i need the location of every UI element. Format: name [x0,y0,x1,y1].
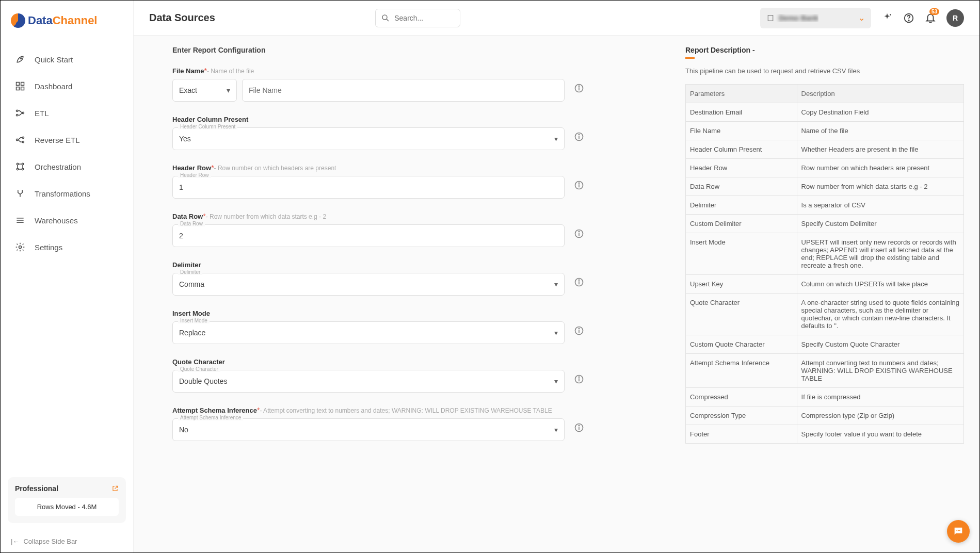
info-icon[interactable] [574,180,584,190]
svg-point-50 [956,530,957,531]
file-name-match-select[interactable]: Exact ▾ [172,79,237,102]
search-box[interactable] [375,9,460,27]
param-name: Footer [686,425,797,444]
svg-rect-1 [17,83,20,86]
param-name: Delimiter [686,196,797,215]
sparkle-icon[interactable] [881,12,893,24]
param-name: Upsert Key [686,275,797,294]
sidebar-item-orchestration[interactable]: Orchestration [1,153,133,180]
sidebar-item-label: Dashboard [35,82,72,91]
caret-down-icon: ▾ [554,280,558,288]
table-row: Data RowRow number from which data start… [686,177,964,196]
search-input[interactable] [394,14,455,22]
sidebar-item-etl[interactable]: ETL [1,100,133,126]
help-icon[interactable] [903,12,914,24]
desc-title: Report Description - [685,46,964,54]
avatar[interactable]: R [946,9,964,27]
svg-point-10 [17,139,18,140]
th-param: Parameters [686,85,797,103]
collapse-sidebar[interactable]: |← Collapse Side Bar [1,530,133,552]
accent-bar [685,57,695,59]
sidebar-item-dashboard[interactable]: Dashboard [1,73,133,100]
desc-text: This pipeline can be used to request and… [685,67,964,75]
table-row: Quote CharacterA one-character string us… [686,294,964,335]
param-desc: Specify Custom Quote Character [797,335,963,354]
param-name: Attempt Schema Inference [686,354,797,388]
svg-point-5 [17,110,18,111]
quote-char-select[interactable]: Quote Character Double Quotes ▾ [172,370,565,393]
table-row: Compression TypeCompression type (Zip or… [686,406,964,425]
param-desc: Row number from which data starts e.g - … [797,177,963,196]
bell-icon[interactable]: 53 [925,12,936,24]
param-name: Data Row [686,177,797,196]
info-icon[interactable] [574,229,584,239]
table-row: Header RowRow number on which headers ar… [686,159,964,177]
param-name: Destination Email [686,103,797,122]
param-desc: Attempt converting text to numbers and d… [797,354,963,388]
header-present-select[interactable]: Header Column Present Yes ▾ [172,127,565,150]
schema-inference-select[interactable]: Attempt Schema Inference No ▾ [172,418,565,441]
table-row: Custom Quote CharacterSpecify Custom Quo… [686,335,964,354]
param-desc: If file is compressed [797,388,963,406]
svg-point-43 [579,328,579,329]
sidebar-item-transformations[interactable]: Transformations [1,180,133,207]
org-name: Demo Bank [779,14,818,22]
svg-point-31 [579,134,579,135]
open-external-icon[interactable] [111,485,119,492]
info-icon[interactable] [574,422,584,433]
svg-point-52 [959,530,960,531]
transformations-icon [15,188,25,199]
sidebar-item-quickstart[interactable]: Quick Start [1,46,133,73]
param-name: Insert Mode [686,233,797,275]
param-desc: UPSERT will insert only new records or r… [797,233,963,275]
param-name: File Name [686,122,797,140]
field-delimiter: Delimiter Delimiter Comma ▾ [172,261,670,296]
info-icon[interactable] [574,83,584,93]
svg-rect-2 [21,83,24,86]
info-icon[interactable] [574,326,584,336]
param-name: Header Column Present [686,140,797,159]
svg-point-7 [22,112,24,113]
sidebar-item-warehouses[interactable]: Warehouses [1,207,133,234]
table-row: Attempt Schema InferenceAttempt converti… [686,354,964,388]
svg-rect-21 [768,15,773,21]
param-name: Header Row [686,159,797,177]
chevron-down-icon: ⌄ [858,13,865,23]
sidebar-item-label: Orchestration [35,162,81,171]
info-icon[interactable] [574,374,584,384]
logo[interactable]: DataChannel [1,1,133,41]
plan-name: Professional [15,484,58,493]
org-selector[interactable]: Demo Bank ⌄ [760,8,871,28]
svg-point-46 [579,377,579,377]
svg-point-13 [17,168,18,170]
header-row-input[interactable]: Header Row 1 [172,176,565,199]
orchestration-icon [15,161,25,172]
etl-icon [15,108,25,118]
svg-point-34 [579,183,579,183]
info-icon[interactable] [574,277,584,287]
delimiter-select[interactable]: Delimiter Comma ▾ [172,273,565,296]
insert-mode-select[interactable]: Insert Mode Replace ▾ [172,321,565,344]
svg-point-19 [382,15,387,20]
nav: Quick Start Dashboard ETL Reverse ETL Or… [1,41,133,470]
file-name-input[interactable] [249,86,558,94]
caret-down-icon: ▾ [554,426,558,434]
sidebar-item-reverse-etl[interactable]: Reverse ETL [1,126,133,153]
param-name: Custom Quote Character [686,335,797,354]
caret-down-icon: ▾ [227,86,230,94]
param-desc: Row number on which headers are present [797,159,963,177]
chat-bubble[interactable] [947,520,970,543]
param-desc: Is a separator of CSV [797,196,963,215]
data-row-input[interactable]: Data Row 2 [172,224,565,247]
svg-point-6 [17,115,18,116]
param-name: Compression Type [686,406,797,425]
svg-rect-4 [21,87,24,90]
svg-point-49 [579,425,579,426]
info-icon[interactable] [574,132,584,142]
caret-down-icon: ▾ [554,329,558,337]
sidebar-item-settings[interactable]: Settings [1,234,133,261]
building-icon [766,14,775,22]
table-row: DelimiterIs a separator of CSV [686,196,964,215]
svg-point-11 [17,163,18,165]
sidebar-item-label: Quick Start [35,55,73,64]
